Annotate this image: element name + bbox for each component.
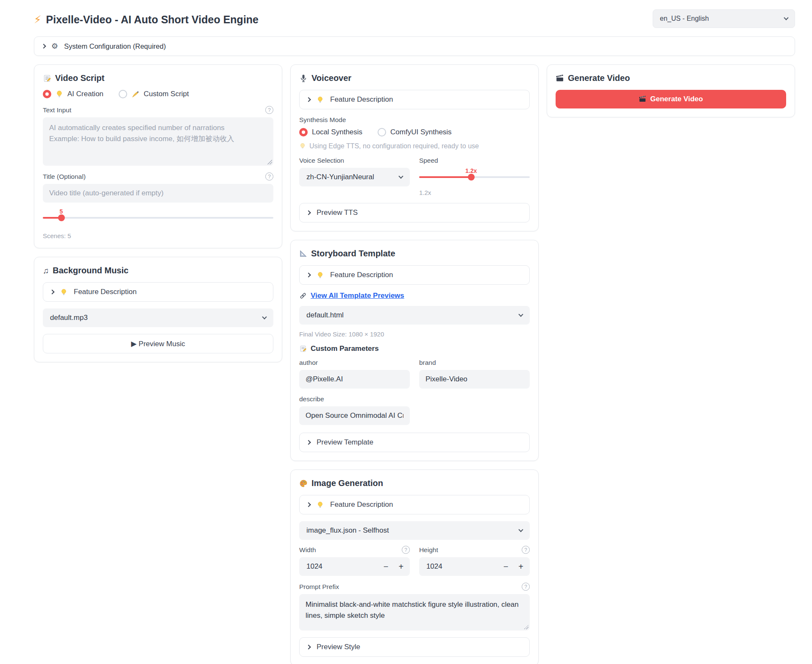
language-dropdown[interactable]: en_US - English xyxy=(653,9,795,28)
brand-block: brand xyxy=(419,359,530,389)
template-previews-link-row: View All Template Previews xyxy=(299,292,530,300)
author-block: author xyxy=(299,359,410,389)
link-icon xyxy=(299,292,307,300)
music-file-value: default.mp3 xyxy=(50,314,88,322)
preview-template-accordion[interactable]: Preview Template xyxy=(299,433,530,452)
workflow-value: image_flux.json - Selfhost xyxy=(306,526,389,535)
help-icon[interactable] xyxy=(402,546,410,554)
author-brand-row: author brand xyxy=(299,359,530,389)
accordion-label: Feature Description xyxy=(74,288,136,296)
synthesis-mode-label: Synthesis Mode xyxy=(299,116,530,124)
text-input-label: Text Input xyxy=(43,106,71,114)
brand-input[interactable] xyxy=(419,370,530,389)
memo-icon xyxy=(43,74,51,83)
music-note-icon: ♫ xyxy=(43,267,49,275)
accordion-label: Preview Template xyxy=(317,438,373,447)
height-input[interactable] xyxy=(425,562,493,571)
page: ⚡ Pixelle-Video - AI Auto Short Video En… xyxy=(0,0,812,664)
chevron-right-icon xyxy=(306,97,311,102)
help-icon[interactable] xyxy=(265,172,273,181)
chevron-right-icon xyxy=(306,502,311,507)
page-title: ⚡ Pixelle-Video - AI Auto Short Video En… xyxy=(34,14,259,26)
help-icon[interactable] xyxy=(522,583,530,591)
chevron-right-icon xyxy=(306,210,311,215)
accordion-label: Preview Style xyxy=(317,643,360,651)
storyboard-title: Storyboard Template xyxy=(299,249,530,258)
language-dropdown-value: en_US - English xyxy=(660,15,709,22)
middle-column: Voiceover Feature Description Synthesis … xyxy=(290,64,539,664)
speed-slider-track[interactable] xyxy=(419,176,530,178)
template-dropdown[interactable]: default.html xyxy=(299,306,530,325)
help-icon[interactable] xyxy=(522,546,530,554)
resize-handle-icon[interactable] xyxy=(524,625,528,629)
radio-unselected-icon xyxy=(119,90,127,98)
speed-label: Speed xyxy=(419,157,530,164)
voiceover-feature-accordion[interactable]: Feature Description xyxy=(299,90,530,109)
image-generation-title: Image Generation xyxy=(299,478,530,488)
scenes-slider-handle[interactable] xyxy=(58,214,65,221)
chevron-down-icon xyxy=(784,15,788,20)
generate-video-button[interactable]: Generate Video xyxy=(556,90,786,108)
help-icon[interactable] xyxy=(265,106,273,114)
voice-selection-dropdown[interactable]: zh-CN-YunjianNeural xyxy=(299,168,410,186)
height-increment-button[interactable] xyxy=(508,562,523,571)
height-label-row: Height xyxy=(419,546,530,554)
title-label: Title (Optional) xyxy=(43,173,86,181)
scenes-slider: 5 xyxy=(43,217,273,219)
music-feature-accordion[interactable]: Feature Description xyxy=(43,282,273,302)
radio-label: Local Synthesis xyxy=(312,128,362,136)
preview-music-button[interactable]: ▶ Preview Music xyxy=(43,334,273,353)
radio-unselected-icon xyxy=(378,128,386,136)
tts-tip-text: Using Edge TTS, no configuration require… xyxy=(309,142,479,150)
music-file-dropdown[interactable]: default.mp3 xyxy=(43,308,273,327)
video-size-note: Final Video Size: 1080 × 1920 xyxy=(299,331,530,338)
scenes-slider-value: 5 xyxy=(60,208,63,215)
video-script-title-text: Video Script xyxy=(55,73,104,83)
describe-block: describe xyxy=(299,395,530,425)
author-label: author xyxy=(299,359,410,367)
memo-icon xyxy=(299,345,307,353)
accordion-label: Feature Description xyxy=(330,271,393,279)
height-label: Height xyxy=(419,546,438,554)
width-label-row: Width xyxy=(299,546,410,554)
prompt-prefix-label: Prompt Prefix xyxy=(299,583,339,591)
accordion-label: Feature Description xyxy=(330,95,393,104)
text-input-textarea[interactable] xyxy=(43,117,273,166)
radio-local-synthesis[interactable]: Local Synthesis xyxy=(299,128,362,136)
bulb-icon xyxy=(317,96,324,103)
radio-ai-creation[interactable]: AI Creation xyxy=(43,90,103,98)
describe-input[interactable] xyxy=(299,406,410,425)
tts-tip: Using Edge TTS, no configuration require… xyxy=(299,142,530,150)
scenes-slider-track[interactable] xyxy=(43,217,273,219)
preview-tts-accordion[interactable]: Preview TTS xyxy=(299,203,530,222)
prompt-prefix-textarea[interactable]: Minimalist black-and-white matchstick fi… xyxy=(299,594,530,631)
radio-comfyui-synthesis[interactable]: ComfyUI Synthesis xyxy=(378,128,452,136)
height-decrement-button[interactable] xyxy=(493,562,509,571)
triangle-ruler-icon xyxy=(299,250,307,258)
image-feature-accordion[interactable]: Feature Description xyxy=(299,495,530,514)
radio-label: AI Creation xyxy=(67,90,103,98)
generate-video-title: Generate Video xyxy=(556,73,786,83)
workflow-dropdown[interactable]: image_flux.json - Selfhost xyxy=(299,521,530,540)
system-config-accordion[interactable]: ⚙ System Configuration (Required) xyxy=(34,36,795,56)
width-increment-button[interactable] xyxy=(388,562,403,571)
storyboard-feature-accordion[interactable]: Feature Description xyxy=(299,265,530,285)
resize-handle-icon[interactable] xyxy=(267,160,272,164)
view-template-previews-link[interactable]: View All Template Previews xyxy=(311,292,404,300)
title-input[interactable] xyxy=(43,184,273,203)
speed-slider-handle[interactable] xyxy=(468,174,475,181)
width-block: Width xyxy=(299,546,410,576)
accordion-label: Preview TTS xyxy=(317,208,358,217)
voice-speed-row: Voice Selection zh-CN-YunjianNeural Spee… xyxy=(299,157,530,196)
preview-style-accordion[interactable]: Preview Style xyxy=(299,637,530,657)
width-input[interactable] xyxy=(306,562,373,571)
custom-parameters-title-text: Custom Parameters xyxy=(311,345,379,353)
chevron-down-icon xyxy=(398,174,403,178)
width-decrement-button[interactable] xyxy=(373,562,389,571)
radio-custom-script[interactable]: Custom Script xyxy=(119,90,189,98)
right-column: Generate Video Generate Video xyxy=(547,64,795,117)
voiceover-title-text: Voiceover xyxy=(311,73,351,83)
chevron-right-icon xyxy=(41,44,46,48)
author-input[interactable] xyxy=(299,370,410,389)
storyboard-title-text: Storyboard Template xyxy=(311,249,395,258)
